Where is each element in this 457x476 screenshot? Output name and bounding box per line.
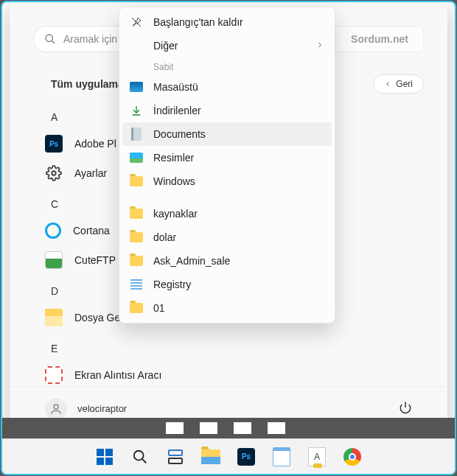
- ctx-label: Başlangıç'tan kaldır: [153, 16, 243, 28]
- ctx-label: Ask_Admin_sale: [153, 255, 230, 267]
- taskbar: Ps A: [2, 438, 455, 474]
- document-icon: [130, 127, 143, 141]
- taskbar-notepad[interactable]: [267, 442, 296, 472]
- app-item-snipping[interactable]: Ekran Alıntısı Aracı: [33, 360, 424, 390]
- back-button[interactable]: Geri: [373, 74, 424, 94]
- taskbar-explorer[interactable]: [196, 442, 226, 472]
- svg-line-8: [142, 459, 146, 463]
- desktop-background: [2, 418, 455, 438]
- context-menu: Başlangıç'tan kaldır Diğer Sabit Masaüst…: [119, 7, 335, 323]
- taskbar-fontcreator[interactable]: A: [302, 442, 332, 472]
- folder-icon: [130, 207, 143, 220]
- chrome-icon: [343, 448, 361, 466]
- fontcreator-icon: A: [308, 447, 326, 466]
- registry-icon: [130, 278, 143, 291]
- taskbar-photoshop[interactable]: Ps: [231, 442, 261, 472]
- all-apps-title: Tüm uygulama: [51, 78, 124, 90]
- ctx-unpin[interactable]: Başlangıç'tan kaldır: [122, 10, 332, 34]
- svg-line-1: [52, 41, 55, 43]
- snipping-icon: [45, 366, 63, 384]
- app-label: Ekran Alıntısı Aracı: [74, 369, 161, 381]
- power-button[interactable]: [399, 401, 412, 417]
- ctx-more[interactable]: Diğer: [122, 34, 332, 57]
- ctx-label: Documents: [153, 128, 206, 140]
- search-icon: [132, 449, 148, 465]
- download-icon: [130, 104, 143, 117]
- sordum-button[interactable]: Sordum.net: [335, 26, 424, 52]
- ctx-item-ask-admin[interactable]: Ask_Admin_sale: [122, 249, 332, 273]
- ctx-item-dolar[interactable]: dolar: [122, 225, 332, 249]
- app-label: Adobe Pl: [74, 138, 116, 150]
- ctx-item-registry[interactable]: Registry: [122, 273, 332, 296]
- ctx-label: Diğer: [153, 40, 178, 52]
- desktop-icon: [130, 80, 143, 94]
- search-placeholder: Aramak için b: [63, 33, 126, 45]
- windows-icon: [97, 449, 113, 465]
- taskbar-taskview[interactable]: [161, 442, 190, 472]
- user-name: velociraptor: [77, 403, 127, 414]
- ctx-item-kaynaklar[interactable]: kaynaklar: [122, 202, 332, 225]
- ctx-label: Resimler: [153, 152, 194, 164]
- ctx-label: İndirilenler: [153, 105, 201, 116]
- pictures-icon: [130, 151, 143, 164]
- ctx-label: dolar: [153, 231, 176, 243]
- chevron-right-icon: [315, 40, 324, 52]
- svg-point-7: [134, 450, 144, 460]
- ctx-pinned-downloads[interactable]: İndirilenler: [122, 99, 332, 122]
- cuteftp-icon: [45, 251, 63, 269]
- ctx-pinned-windows[interactable]: Windows: [122, 169, 332, 193]
- photoshop-icon: Ps: [45, 135, 63, 153]
- photoshop-icon: Ps: [237, 448, 255, 466]
- svg-point-3: [54, 405, 58, 409]
- svg-point-2: [52, 171, 56, 175]
- ctx-label: Windows: [153, 175, 195, 187]
- ctx-item-01[interactable]: 01: [122, 296, 332, 320]
- start-button[interactable]: [90, 442, 119, 472]
- ctx-label: 01: [153, 302, 165, 314]
- back-label: Geri: [396, 79, 413, 89]
- letter-header[interactable]: E: [33, 332, 424, 360]
- explorer-icon: [201, 449, 220, 464]
- svg-point-0: [46, 35, 52, 41]
- app-label: Cortana: [73, 225, 110, 237]
- notepad-icon: [273, 447, 290, 466]
- app-label: Ayarlar: [74, 167, 107, 179]
- ctx-header-pinned: Sabit: [122, 57, 332, 75]
- unpin-icon: [130, 15, 143, 29]
- ctx-label: Masaüstü: [153, 81, 198, 93]
- cortana-icon: [45, 223, 61, 239]
- chevron-left-icon: [384, 80, 391, 88]
- taskbar-search[interactable]: [125, 442, 155, 472]
- ctx-pinned-documents[interactable]: Documents: [122, 122, 332, 146]
- ctx-label: kaynaklar: [153, 208, 198, 220]
- folder-icon: [130, 175, 143, 188]
- taskview-icon: [168, 449, 183, 464]
- ctx-pinned-desktop[interactable]: Masaüstü: [122, 75, 332, 99]
- ctx-pinned-pictures[interactable]: Resimler: [122, 146, 332, 169]
- search-icon: [44, 33, 56, 45]
- folder-icon: [45, 309, 63, 326]
- app-label: CuteFTP !: [74, 254, 122, 266]
- blank-icon: [130, 39, 143, 52]
- folder-icon: [130, 231, 143, 244]
- folder-icon: [130, 301, 143, 315]
- avatar-icon: [45, 398, 67, 420]
- ctx-label: Registry: [153, 279, 191, 290]
- folder-icon: [130, 254, 143, 267]
- gear-icon: [45, 164, 63, 182]
- taskbar-chrome[interactable]: [338, 442, 367, 472]
- user-button[interactable]: velociraptor: [45, 398, 127, 420]
